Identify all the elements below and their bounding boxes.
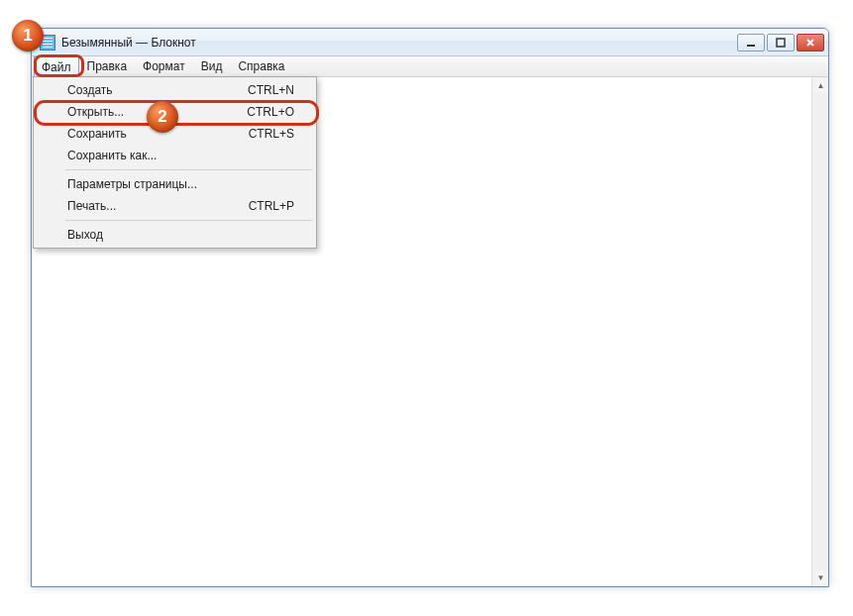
menu-item-label: Выход [67, 228, 294, 242]
menu-item-exit[interactable]: Выход [36, 224, 314, 246]
menu-view[interactable]: Вид [193, 56, 231, 76]
svg-rect-0 [747, 45, 755, 47]
scroll-down-button[interactable]: ▼ [813, 570, 828, 585]
titlebar[interactable]: Безымянный — Блокнот [32, 29, 828, 56]
menu-item-print[interactable]: Печать... CTRL+P [36, 195, 314, 217]
menu-item-label: Печать... [67, 199, 249, 213]
scroll-up-button[interactable]: ▲ [813, 78, 828, 93]
menu-item-shortcut: CTRL+N [248, 83, 294, 97]
menu-item-label: Сохранить как... [67, 149, 294, 162]
menu-item-shortcut: CTRL+S [249, 127, 294, 141]
menu-item-shortcut: CTRL+P [249, 199, 294, 213]
menu-item-save-as[interactable]: Сохранить как... [36, 145, 314, 166]
menu-format[interactable]: Формат [135, 56, 193, 76]
window-title: Безымянный — Блокнот [61, 36, 737, 50]
menu-file[interactable]: Файл [34, 56, 79, 76]
menu-separator [65, 169, 312, 170]
vertical-scrollbar[interactable]: ▲ ▼ [811, 77, 828, 586]
maximize-button[interactable] [767, 34, 795, 51]
file-dropdown-menu: Создать CTRL+N Открыть... CTRL+O Сохрани… [33, 76, 317, 249]
close-button[interactable] [797, 34, 824, 51]
menu-item-label: Параметры страницы... [67, 177, 294, 191]
menubar: Файл Правка Формат Вид Справка [32, 56, 828, 77]
menu-item-page-setup[interactable]: Параметры страницы... [36, 173, 314, 195]
menu-edit[interactable]: Правка [79, 56, 136, 76]
svg-rect-1 [777, 39, 785, 47]
window-controls [737, 34, 824, 51]
menu-item-label: Создать [67, 83, 248, 97]
menu-help[interactable]: Справка [230, 56, 292, 76]
menu-item-shortcut: CTRL+O [247, 105, 294, 119]
menu-separator [65, 220, 312, 221]
annotation-badge-2: 2 [147, 101, 178, 133]
menu-item-new[interactable]: Создать CTRL+N [36, 79, 314, 101]
minimize-button[interactable] [737, 34, 765, 51]
annotation-badge-1: 1 [12, 20, 44, 51]
